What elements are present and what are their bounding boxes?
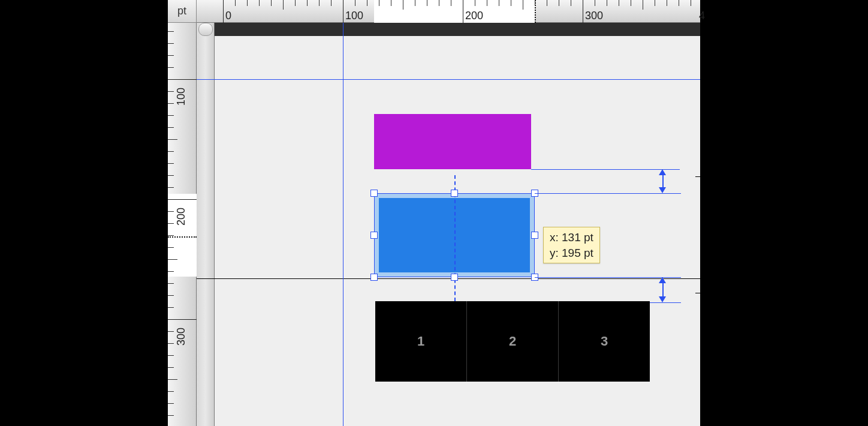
ruler-h-label: 0 bbox=[225, 10, 231, 22]
ruler-tick-major bbox=[223, 0, 224, 23]
ruler-tick-major bbox=[463, 0, 463, 23]
guide-vertical[interactable] bbox=[343, 23, 343, 426]
cell-1[interactable]: 1 bbox=[375, 301, 467, 382]
spacing-extension-top bbox=[531, 169, 680, 170]
page-edge-band bbox=[215, 23, 700, 36]
cell-3[interactable]: 3 bbox=[559, 301, 650, 382]
resize-handle-nw[interactable] bbox=[370, 190, 378, 197]
ruler-tick-major bbox=[583, 0, 583, 23]
shape-rectangle-blue-selected[interactable] bbox=[374, 193, 535, 277]
resize-handle-w[interactable] bbox=[370, 232, 378, 239]
ruler-units-box[interactable]: pt bbox=[168, 0, 197, 23]
ruler-h-label: 200 bbox=[465, 10, 483, 22]
ruler-v-label: 100 bbox=[175, 88, 188, 106]
spacing-arrow-top bbox=[658, 169, 667, 193]
ruler-tick-major bbox=[343, 0, 343, 23]
ruler-tick-major bbox=[168, 79, 197, 80]
resize-handle-sw[interactable] bbox=[370, 274, 378, 281]
ruler-tick-major bbox=[168, 199, 197, 200]
margin-line-horizontal bbox=[197, 278, 700, 279]
ruler-h-label-partial: 4 bbox=[699, 10, 705, 22]
ruler-tick-major bbox=[168, 319, 197, 320]
tooltip-x: x: 131 pt bbox=[550, 230, 593, 245]
ruler-vertical[interactable]: 100 200 300 bbox=[168, 23, 197, 426]
ruler-units-label: pt bbox=[177, 5, 186, 17]
resize-handle-n[interactable] bbox=[451, 190, 458, 197]
scrollbar-vertical[interactable] bbox=[197, 23, 215, 426]
spacing-arrow-bottom bbox=[658, 277, 667, 302]
resize-handle-e[interactable] bbox=[531, 232, 538, 239]
ruler-horizontal[interactable]: 0 100 200 300 4 /* decorative only */ bbox=[197, 0, 700, 23]
ruler-v-label: 300 bbox=[175, 328, 188, 346]
group-black-cells[interactable]: 1 2 3 bbox=[375, 301, 650, 382]
cell-label: 2 bbox=[509, 334, 516, 349]
ruler-h-label: 100 bbox=[345, 10, 363, 22]
tooltip-y: y: 195 pt bbox=[550, 245, 593, 261]
design-canvas-window: pt 0 100 200 300 4 /* decorative only */… bbox=[168, 0, 700, 426]
canvas-viewport: 1 2 3 x: 131 pt y: 195 pt bbox=[197, 23, 700, 426]
margin-stub bbox=[695, 176, 700, 177]
spacing-extension-sel-top bbox=[535, 193, 681, 194]
cell-label: 1 bbox=[417, 334, 424, 349]
shape-rectangle-purple[interactable] bbox=[374, 114, 531, 169]
position-tooltip: x: 131 pt y: 195 pt bbox=[543, 227, 600, 263]
scroll-thumb[interactable] bbox=[198, 23, 213, 36]
canvas-paper[interactable]: 1 2 3 x: 131 pt y: 195 pt bbox=[215, 36, 700, 426]
cell-label: 3 bbox=[601, 334, 608, 349]
resize-handle-s[interactable] bbox=[451, 274, 458, 281]
margin-stub bbox=[695, 293, 700, 293]
ruler-v-label: 200 bbox=[175, 208, 188, 226]
cell-2[interactable]: 2 bbox=[467, 301, 559, 382]
ruler-v-cursor-marker bbox=[168, 236, 197, 238]
ruler-h-label: 300 bbox=[585, 10, 603, 22]
guide-horizontal[interactable] bbox=[197, 79, 700, 80]
